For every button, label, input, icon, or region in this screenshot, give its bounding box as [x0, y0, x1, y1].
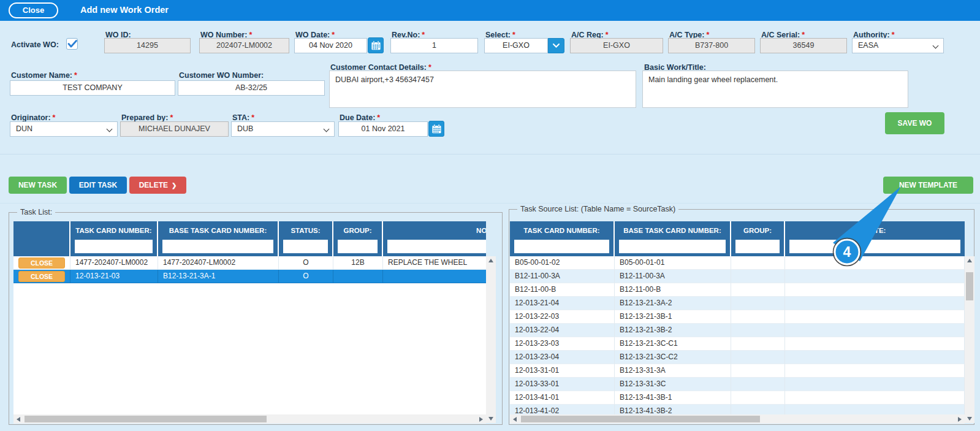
title-bar: Close Add new Work Order	[0, 0, 980, 21]
close-task-button[interactable]: CLOSE	[18, 257, 65, 269]
ac-type-field[interactable]: B737-800	[668, 38, 755, 53]
calendar-icon	[431, 124, 442, 134]
prepared-by-field[interactable]: MICHAEL DUNAJEV	[120, 121, 229, 137]
activate-wo-checkbox[interactable]	[66, 38, 78, 50]
scroll-right-button[interactable]	[476, 414, 486, 424]
source-task-row[interactable]: B12-11-00-B B12-11-00-B	[510, 283, 965, 297]
new-template-button[interactable]: NEW TEMPLATE	[883, 177, 973, 194]
status-filter-input[interactable]	[283, 240, 328, 253]
note-cell	[785, 256, 965, 270]
task-source-horizontal-scrollbar[interactable]	[510, 414, 965, 424]
ac-reg-field[interactable]: EI-GXO	[570, 38, 663, 53]
source-task-row[interactable]: 12-013-31-01 B12-13-31-3A	[510, 364, 965, 378]
wo-date-field[interactable]: 04 Nov 2020	[294, 38, 367, 53]
group-cell: 12B	[333, 256, 383, 270]
task-list-horizontal-scrollbar[interactable]	[13, 414, 486, 424]
base-task-card-cell: B12-13-21-3C-C1	[615, 337, 731, 351]
scroll-down-button[interactable]	[486, 414, 496, 423]
scroll-down-button[interactable]	[965, 414, 974, 423]
group-cell	[731, 324, 785, 337]
source-task-row[interactable]: 12-013-23-03 B12-13-21-3C-C1	[510, 337, 965, 351]
delete-button[interactable]: DELETE❯	[129, 177, 186, 194]
due-date-field[interactable]: 01 Nov 2021	[338, 121, 428, 137]
ac-serial-field[interactable]: 36549	[760, 38, 847, 53]
rev-no-field[interactable]: 1	[390, 38, 478, 53]
source-task-card-filter-input[interactable]	[514, 240, 609, 253]
source-task-row[interactable]: 12-013-41-02 B12-13-41-3B-2	[510, 405, 965, 414]
column-header: GROUP:	[731, 221, 784, 240]
base-task-card-cell: B12-13-21-3A-1	[158, 270, 279, 283]
source-group-filter-input[interactable]	[735, 240, 780, 253]
task-card-cell: 12-013-33-01	[510, 378, 615, 391]
source-base-task-card-filter-input[interactable]	[619, 240, 726, 253]
sta-label: STA:*	[232, 113, 254, 122]
task-list-header: TASK CARD NUMBER: BASE TASK CARD NUMBER:…	[13, 221, 486, 256]
divider	[0, 203, 980, 204]
scroll-up-button[interactable]	[486, 256, 496, 265]
group-filter-input[interactable]	[338, 240, 378, 253]
source-task-row[interactable]: 12-013-22-04 B12-13-21-3B-2	[510, 324, 965, 337]
close-button[interactable]: Close	[9, 2, 58, 18]
source-note-filter-input[interactable]	[789, 240, 960, 253]
note-cell	[785, 351, 965, 364]
group-cell	[731, 256, 785, 270]
basic-work-title-textarea[interactable]: Main landing gear wheel replacement.	[642, 71, 908, 108]
task-list-row[interactable]: CLOSE 12-013-21-03 B12-13-21-3A-1 O	[13, 270, 486, 283]
task-list-vertical-scrollbar[interactable]	[486, 256, 496, 423]
source-task-row[interactable]: 12-013-33-01 B12-13-31-3C	[510, 378, 965, 391]
base-task-card-filter-input[interactable]	[162, 240, 273, 253]
scroll-thumb[interactable]	[521, 416, 760, 422]
select-dropdown-button[interactable]	[548, 38, 564, 53]
source-task-row[interactable]: B05-00-01-02 B05-00-01-01	[510, 256, 965, 270]
sta-select[interactable]: DUB	[231, 121, 335, 137]
scroll-thumb[interactable]	[25, 416, 267, 422]
new-task-button[interactable]: NEW TASK	[9, 177, 67, 194]
wo-date-calendar-button[interactable]	[368, 37, 384, 53]
column-header: BASE TASK CARD NUMBER:	[615, 221, 730, 240]
task-source-vertical-scrollbar[interactable]	[965, 256, 974, 423]
save-wo-button[interactable]: SAVE WO	[885, 112, 944, 134]
task-card-cell: 12-013-23-04	[510, 351, 615, 364]
task-card-filter-input[interactable]	[75, 240, 153, 253]
source-task-row[interactable]: 12-013-23-04 B12-13-21-3C-C2	[510, 351, 965, 364]
select-field[interactable]: EI-GXO	[484, 38, 548, 53]
source-task-row[interactable]: 12-013-41-01 B12-13-41-3B-1	[510, 391, 965, 405]
scroll-left-button[interactable]	[510, 414, 520, 424]
scroll-up-button[interactable]	[965, 256, 974, 265]
scroll-left-button[interactable]	[13, 414, 23, 424]
source-task-row[interactable]: 12-013-21-04 B12-13-21-3A-2	[510, 297, 965, 310]
base-task-card-cell: B05-00-01-01	[615, 256, 731, 270]
originator-select[interactable]: DUN	[10, 121, 118, 137]
note-filter-input[interactable]	[387, 240, 486, 253]
group-cell	[731, 391, 785, 405]
wo-id-field[interactable]: 14295	[104, 38, 191, 53]
note-cell	[785, 378, 965, 391]
customer-wo-number-field[interactable]: AB-32/25	[178, 80, 325, 96]
scroll-thumb[interactable]	[966, 272, 973, 300]
close-task-button[interactable]: CLOSE	[18, 271, 65, 282]
edit-task-button[interactable]: EDIT TASK	[69, 177, 127, 194]
authority-select[interactable]: EASA	[852, 38, 944, 53]
wo-number-field[interactable]: 202407-LM0002	[199, 38, 289, 53]
chevron-down-icon	[933, 43, 939, 49]
task-card-cell: B12-11-00-3A	[510, 270, 615, 283]
chevron-right-icon: ❯	[172, 182, 177, 189]
source-task-row[interactable]: B12-11-00-3A B12-11-00-3A	[510, 270, 965, 283]
task-card-cell: 12-013-21-03	[70, 270, 158, 283]
note-cell	[785, 405, 965, 414]
task-card-cell: 12-013-41-02	[510, 405, 615, 414]
customer-contact-textarea[interactable]: DUBAI airport,+3 456347457	[329, 71, 636, 108]
task-list-row[interactable]: CLOSE 1477-202407-LM0002 1477-202407-LM0…	[13, 256, 486, 270]
due-date-calendar-button[interactable]	[428, 121, 444, 137]
task-card-cell: 12-013-23-03	[510, 337, 615, 351]
customer-name-field[interactable]: TEST COMPANY	[10, 80, 175, 96]
customer-name-label: Customer Name:*	[11, 71, 77, 80]
column-header: TASK CARD NUMBER:	[510, 221, 613, 240]
source-task-row[interactable]: 12-013-22-03 B12-13-21-3B-1	[510, 310, 965, 324]
divider	[0, 154, 980, 154]
scroll-right-button[interactable]	[955, 414, 965, 424]
base-task-card-cell: B12-13-41-3B-2	[615, 405, 731, 414]
group-cell	[731, 310, 785, 324]
task-list-body: CLOSE 1477-202407-LM0002 1477-202407-LM0…	[13, 256, 486, 414]
group-cell	[731, 297, 785, 310]
